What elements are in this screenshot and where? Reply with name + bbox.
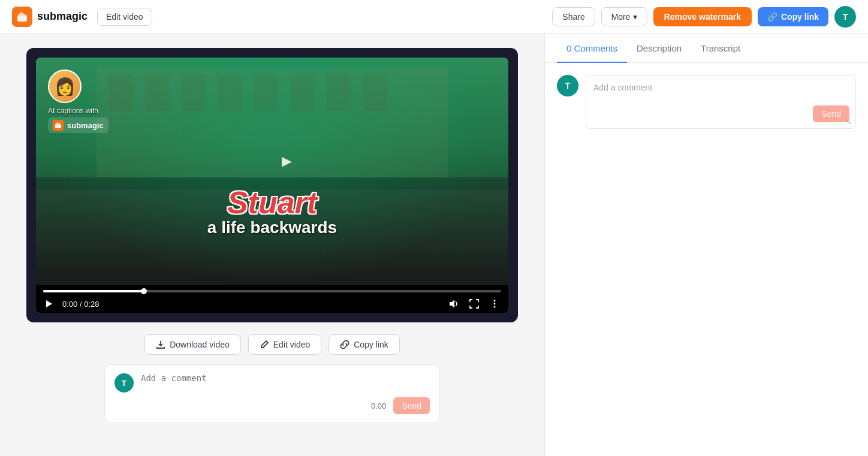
caption-overlay: Stuart a life backwards [36, 187, 508, 237]
copy-link-label: Copy link [354, 340, 388, 349]
chevron-down-icon: ▾ [633, 12, 637, 22]
svg-rect-9 [254, 74, 278, 111]
tab-content-comments: T Add a comment Send ⤡ [545, 63, 868, 456]
controls-row: 0:00 / 0:28 [43, 297, 501, 310]
comment-input-main[interactable] [141, 373, 430, 392]
edit-label: Edit video [273, 340, 310, 349]
download-label: Download video [170, 340, 230, 349]
controls-right [447, 297, 501, 310]
caption-sub-text: a life backwards [36, 218, 508, 237]
edit-video-button-header[interactable]: Edit video [97, 8, 152, 26]
char-count-main: 0.00 [371, 401, 386, 410]
main-content: ▶ 👩 AI captions with [0, 34, 868, 456]
more-options-button[interactable] [488, 297, 501, 310]
video-scene[interactable]: ▶ 👩 AI captions with [36, 58, 508, 285]
comment-box-main: T 0.00 Send [104, 364, 440, 423]
tab-comments[interactable]: 0 Comments [557, 34, 627, 63]
svg-marker-17 [450, 300, 454, 308]
svg-rect-11 [327, 74, 351, 111]
right-comment-avatar: T [557, 75, 578, 96]
copy-link-label: Copy link [781, 12, 819, 22]
svg-rect-5 [108, 74, 132, 111]
progress-bar[interactable] [43, 290, 501, 292]
fullscreen-button[interactable] [468, 297, 481, 310]
watermark-logo-icon [53, 120, 64, 131]
svg-rect-14 [55, 125, 61, 128]
svg-point-19 [494, 303, 496, 305]
progress-bar-fill [43, 290, 144, 292]
right-send-button[interactable]: Send [813, 105, 849, 122]
logo-icon [12, 7, 32, 27]
volume-button[interactable] [447, 297, 460, 310]
svg-rect-6 [145, 74, 169, 111]
controls-left: 0:00 / 0:28 [43, 298, 99, 310]
remove-watermark-button[interactable]: Remove watermark [653, 7, 752, 26]
right-comment-placeholder[interactable]: Add a comment [593, 83, 848, 92]
svg-point-18 [494, 300, 496, 302]
more-button[interactable]: More ▾ [601, 7, 647, 26]
comment-avatar-main: T [114, 373, 134, 392]
header: submagic Edit video Share More ▾ Remove … [0, 0, 868, 34]
header-left: submagic Edit video [12, 7, 152, 27]
right-comment-input-wrapper: Add a comment Send ⤡ [586, 75, 856, 129]
right-comment-row: T Add a comment Send ⤡ [557, 75, 856, 129]
svg-rect-0 [17, 16, 27, 22]
svg-marker-1 [17, 12, 27, 16]
watermark-overlay: 👩 AI captions with submagic [48, 70, 108, 133]
avatar[interactable]: T [834, 6, 856, 28]
resize-handle: ⤡ [846, 117, 852, 126]
watermark-avatar: 👩 [48, 70, 82, 103]
comment-input-footer: 0.00 Send [141, 397, 430, 414]
copy-link-button[interactable]: Copy link [328, 334, 400, 355]
time-total: 0:28 [84, 300, 99, 309]
video-container: ▶ 👩 AI captions with [26, 48, 518, 322]
link-icon: 🔗 [767, 12, 777, 22]
header-right: Share More ▾ Remove watermark 🔗 Copy lin… [552, 6, 856, 28]
download-video-button[interactable]: Download video [144, 334, 241, 355]
logo-text: submagic [37, 10, 88, 23]
svg-point-20 [494, 306, 496, 308]
svg-marker-15 [55, 122, 61, 125]
svg-rect-10 [290, 74, 314, 111]
left-panel: ▶ 👩 AI captions with [0, 34, 544, 456]
logo: submagic [12, 7, 88, 27]
svg-marker-16 [46, 300, 52, 307]
tab-transcript[interactable]: Transcript [691, 34, 750, 63]
watermark-logo-text: submagic [67, 121, 104, 130]
svg-rect-12 [363, 74, 387, 111]
play-button[interactable] [43, 298, 55, 310]
more-label: More [611, 12, 631, 22]
video-actions: Download video Edit video Copy link [144, 334, 400, 355]
send-button-main[interactable]: Send [393, 397, 430, 414]
watermark-logo: submagic [48, 117, 108, 133]
caption-main-text: Stuart [36, 187, 508, 218]
time-display: 0:00 / 0:28 [62, 300, 99, 309]
tabs-header: 0 Comments Description Transcript [545, 34, 868, 63]
copy-link-button-header[interactable]: 🔗 Copy link [758, 7, 828, 26]
edit-video-button[interactable]: Edit video [248, 334, 321, 355]
time-current: 0:00 [62, 300, 77, 309]
comment-input-area: 0.00 Send [141, 373, 430, 414]
video-wrapper: ▶ 👩 AI captions with [36, 58, 508, 313]
svg-rect-8 [218, 74, 242, 111]
svg-rect-7 [181, 74, 205, 111]
video-controls: 0:00 / 0:28 [36, 285, 508, 313]
watermark-ai-text: AI captions with [48, 107, 108, 115]
right-panel: 0 Comments Description Transcript T Add … [544, 34, 868, 456]
tab-description[interactable]: Description [627, 34, 691, 63]
share-button[interactable]: Share [552, 7, 595, 26]
